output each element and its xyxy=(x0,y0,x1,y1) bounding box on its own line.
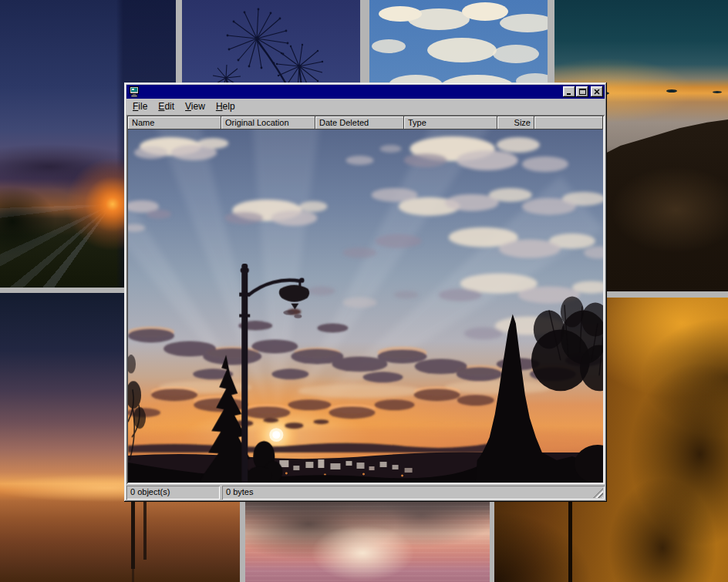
menu-help[interactable]: Help xyxy=(211,99,241,114)
status-total-size: 0 bytes xyxy=(222,486,605,500)
column-header-original-location[interactable]: Original Location xyxy=(221,116,315,130)
column-header-row: Name Original Location Date Deleted Type… xyxy=(128,116,603,130)
pole-reflection xyxy=(132,569,134,582)
minimize-icon xyxy=(566,89,572,95)
column-header-size[interactable]: Size xyxy=(497,116,534,130)
recycle-bin-window: File Edit View Help Name Original Locati… xyxy=(124,82,607,502)
content-photo-sunset-streetlamp xyxy=(128,130,603,483)
menu-view[interactable]: View xyxy=(180,99,211,114)
maximize-button[interactable] xyxy=(576,86,588,97)
maximize-icon xyxy=(579,89,586,95)
island-silhouette xyxy=(666,89,677,93)
menu-file[interactable]: File xyxy=(127,99,153,114)
menu-edit[interactable]: Edit xyxy=(153,99,180,114)
status-bar: 0 object(s) 0 bytes xyxy=(126,486,605,500)
menu-bar: File Edit View Help xyxy=(126,99,605,115)
water-pole xyxy=(143,501,147,560)
title-bar[interactable] xyxy=(126,85,605,99)
close-icon xyxy=(594,89,600,95)
close-button[interactable] xyxy=(591,86,603,97)
column-header-blank[interactable] xyxy=(534,116,603,130)
status-object-count: 0 object(s) xyxy=(126,486,220,500)
water-pole xyxy=(131,495,135,569)
column-header-type[interactable]: Type xyxy=(404,116,497,130)
computer-icon xyxy=(129,86,140,97)
column-header-name[interactable]: Name xyxy=(128,116,221,130)
minimize-button[interactable] xyxy=(563,86,575,97)
file-list-view[interactable]: Name Original Location Date Deleted Type… xyxy=(126,115,605,484)
island-silhouette xyxy=(713,91,722,93)
column-header-date-deleted[interactable]: Date Deleted xyxy=(315,116,404,130)
